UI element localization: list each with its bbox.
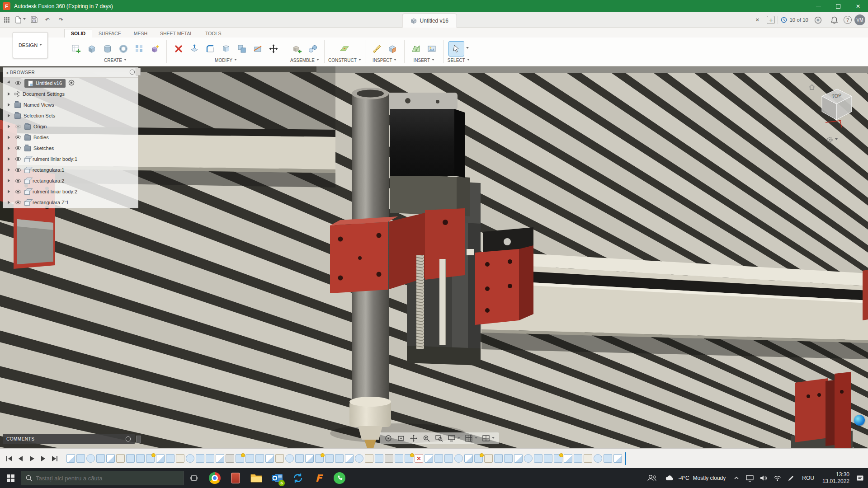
- timeline-position-marker[interactable]: [625, 452, 626, 465]
- browser-root-item[interactable]: Untitled v16: [3, 78, 138, 89]
- timeline-feature-icon[interactable]: [206, 454, 214, 463]
- close-tab-icon[interactable]: ✕: [750, 14, 764, 26]
- expand-arrow-icon[interactable]: [8, 201, 12, 204]
- joint-button[interactable]: [305, 41, 321, 56]
- timeline-feature-icon[interactable]: [245, 454, 254, 463]
- edge-bracket[interactable]: [863, 270, 868, 320]
- create-box-button[interactable]: [84, 41, 99, 56]
- timeline-feature-icon[interactable]: [365, 454, 373, 463]
- version-status[interactable]: 10 of 10: [781, 17, 808, 23]
- timeline-feature-icon[interactable]: [275, 454, 284, 463]
- ribbon-tab[interactable]: TOOLS: [199, 29, 227, 38]
- expand-arrow-icon[interactable]: [8, 103, 12, 107]
- browser-header[interactable]: ◂ BROWSER: [3, 68, 138, 78]
- file-explorer-icon[interactable]: [246, 468, 267, 488]
- split-body-button[interactable]: [250, 41, 265, 56]
- taskbar-clock[interactable]: 13:30 13.01.2022: [819, 471, 853, 485]
- expand-arrow-icon[interactable]: [8, 136, 12, 139]
- ribbon-tab[interactable]: SURFACE: [92, 29, 127, 38]
- browser-item[interactable]: Named Views: [3, 99, 138, 110]
- document-tab[interactable]: Untitled v16: [402, 14, 457, 28]
- visibility-eye-icon[interactable]: [14, 178, 22, 183]
- timeline-feature-icon[interactable]: [494, 454, 503, 463]
- notifications-bell-icon[interactable]: [827, 14, 841, 26]
- corner-bracket[interactable]: [791, 372, 853, 448]
- browser-item[interactable]: rulment liniar body:2: [3, 186, 138, 197]
- timeline-feature-icon[interactable]: [305, 454, 314, 463]
- viewcube-settings-icon[interactable]: [826, 136, 838, 143]
- move-copy-button[interactable]: [265, 41, 281, 56]
- timeline-feature-icon[interactable]: [345, 454, 354, 463]
- save-icon[interactable]: [27, 14, 41, 26]
- browser-item[interactable]: Selection Sets: [3, 110, 138, 121]
- activate-component-radio[interactable]: [68, 80, 75, 87]
- expand-arrow-icon[interactable]: [7, 80, 12, 86]
- combine-button[interactable]: [234, 41, 250, 56]
- panel-collapse-icon[interactable]: [125, 436, 131, 442]
- comments-panel[interactable]: COMMENTS: [3, 434, 135, 444]
- timeline-feature-icon[interactable]: [484, 454, 493, 463]
- timeline-feature-icon[interactable]: [76, 454, 85, 463]
- visibility-eye-icon[interactable]: [14, 81, 22, 85]
- assemble-menu[interactable]: ASSEMBLE: [289, 58, 321, 63]
- browser-item[interactable]: rectangulara:1: [3, 164, 138, 175]
- timeline-feature-icon[interactable]: [474, 454, 483, 463]
- timeline-feature-icon[interactable]: [295, 454, 304, 463]
- select-tool-button[interactable]: [448, 41, 464, 56]
- timeline-feature-icon[interactable]: [385, 454, 393, 463]
- shell-button[interactable]: [218, 41, 234, 56]
- collapse-panel-icon[interactable]: ◂: [6, 70, 8, 75]
- monitor-tray-icon[interactable]: [743, 468, 757, 488]
- expand-arrow-icon[interactable]: [8, 92, 12, 96]
- timeline-feature-icon[interactable]: [146, 454, 155, 463]
- timeline-feature-icon[interactable]: [176, 454, 184, 463]
- fillet-button[interactable]: [202, 41, 218, 56]
- modify-menu[interactable]: MODIFY: [170, 58, 281, 63]
- display-settings-icon[interactable]: [448, 434, 460, 442]
- visibility-eye-icon[interactable]: [14, 135, 22, 140]
- browser-item[interactable]: rulment liniar body:1: [3, 154, 138, 164]
- pen-tray-icon[interactable]: [784, 468, 797, 488]
- timeline-feature-icon[interactable]: [255, 454, 264, 463]
- new-component-button[interactable]: [289, 41, 305, 56]
- maximize-button[interactable]: [828, 0, 848, 12]
- browser-item[interactable]: Sketches: [3, 143, 138, 154]
- timeline-feature-icon[interactable]: [564, 454, 572, 463]
- redo-icon[interactable]: ↷: [54, 14, 68, 26]
- timeline-feature-icon[interactable]: [315, 454, 324, 463]
- people-icon[interactable]: [644, 468, 660, 488]
- insert-canvas-button[interactable]: [424, 41, 440, 56]
- expand-arrow-icon[interactable]: [8, 190, 12, 193]
- action-center-icon[interactable]: [853, 468, 868, 488]
- job-status-icon[interactable]: [811, 14, 825, 26]
- timeline-feature-icon[interactable]: [265, 454, 274, 463]
- orbit-icon[interactable]: [384, 434, 392, 442]
- chrome-icon[interactable]: [204, 468, 225, 488]
- language-indicator[interactable]: ROU: [797, 475, 819, 481]
- outlook-icon[interactable]: 6: [267, 468, 288, 488]
- timeline-feature-icon[interactable]: [325, 454, 334, 463]
- weather-widget[interactable]: -4°C Mostly cloudy: [660, 474, 730, 482]
- expand-arrow-icon[interactable]: [8, 157, 12, 161]
- look-at-icon[interactable]: [397, 434, 405, 442]
- timeline-feature-icon[interactable]: [186, 454, 194, 463]
- visibility-eye-icon[interactable]: [14, 157, 22, 161]
- help-icon[interactable]: ?: [844, 16, 852, 24]
- inspect-menu[interactable]: INSPECT: [369, 58, 401, 63]
- timeline-feature-icon[interactable]: [285, 454, 294, 463]
- expand-arrow-icon[interactable]: [8, 114, 12, 117]
- create-menu[interactable]: CREATE: [68, 58, 163, 63]
- browser-item[interactable]: Bodies: [3, 132, 138, 143]
- network-icon[interactable]: [770, 468, 784, 488]
- timeline-feature-icon[interactable]: [594, 454, 602, 463]
- undo-icon[interactable]: ↶: [41, 14, 54, 26]
- timeline-step-forward-button[interactable]: [38, 453, 48, 464]
- timeline-feature-icon[interactable]: [375, 454, 383, 463]
- workspace-selector[interactable]: DESIGN: [13, 32, 48, 58]
- expand-arrow-icon[interactable]: [8, 146, 12, 150]
- timeline-feature-icon[interactable]: [514, 454, 523, 463]
- timeline-feature-icon[interactable]: [574, 454, 582, 463]
- measure-button[interactable]: [369, 41, 385, 56]
- search-input[interactable]: [36, 475, 179, 482]
- timeline-feature-icon[interactable]: [504, 454, 513, 463]
